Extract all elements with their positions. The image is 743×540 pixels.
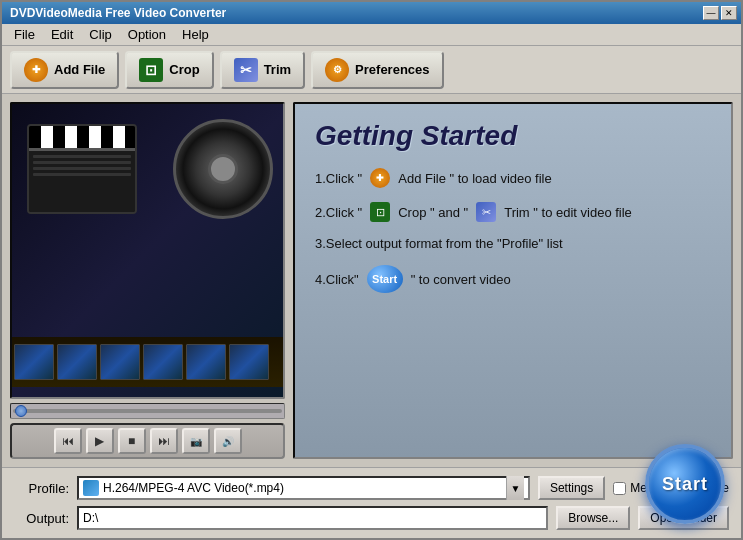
snapshot-button[interactable]: 📷: [182, 428, 210, 454]
add-file-icon: ✚: [24, 58, 48, 82]
output-label: Output:: [14, 511, 69, 526]
step2-crop-icon: ⊡: [370, 202, 390, 222]
getting-started-title: Getting Started: [315, 120, 711, 152]
browse-button[interactable]: Browse...: [556, 506, 630, 530]
trim-label: Trim: [264, 62, 291, 77]
clapboard: [27, 124, 137, 214]
step2-pre: 2.Click ": [315, 205, 362, 220]
volume-button[interactable]: 🔊: [214, 428, 242, 454]
step4-start-icon: Start: [367, 265, 403, 293]
add-file-button[interactable]: ✚ Add File: [10, 51, 119, 89]
menu-option[interactable]: Option: [120, 25, 174, 44]
profile-label: Profile:: [14, 481, 69, 496]
film-artwork: [12, 104, 283, 397]
seekbar-track: [13, 409, 282, 413]
title-bar: DVDVideoMedia Free Video Converter — ✕: [2, 2, 741, 24]
menu-file[interactable]: File: [6, 25, 43, 44]
reel-center: [208, 154, 238, 184]
seekbar[interactable]: [10, 403, 285, 419]
step1-add-icon: ✚: [370, 168, 390, 188]
stop-button[interactable]: ■: [118, 428, 146, 454]
film-cell: [57, 344, 97, 380]
clap-line: [33, 173, 131, 176]
film-reel: [173, 119, 273, 219]
preferences-button[interactable]: ⚙ Preferences: [311, 51, 443, 89]
right-panel: Getting Started 1.Click " ✚ Add File " t…: [293, 102, 733, 459]
fast-forward-button[interactable]: ⏭: [150, 428, 178, 454]
menu-help[interactable]: Help: [174, 25, 217, 44]
film-cell: [14, 344, 54, 380]
video-preview: [10, 102, 285, 399]
step3-text: 3.Select output format from the "Profile…: [315, 236, 563, 251]
main-content: ⏮ ▶ ■ ⏭ 📷 🔊 Getting Started 1.Click " ✚ …: [2, 94, 741, 467]
crop-button[interactable]: ⊡ Crop: [125, 51, 213, 89]
seekbar-thumb[interactable]: [15, 405, 27, 417]
step4-post: " to convert video: [411, 272, 511, 287]
window-title: DVDVideoMedia Free Video Converter: [10, 6, 226, 20]
crop-icon: ⊡: [139, 58, 163, 82]
bottom-bar: Profile: H.264/MPEG-4 AVC Video(*.mp4) ▼…: [2, 467, 741, 538]
step2-post: Trim " to edit video file: [504, 205, 632, 220]
step2-mid: Crop " and ": [398, 205, 468, 220]
film-strip: [12, 337, 283, 387]
bottom-area: Profile: H.264/MPEG-4 AVC Video(*.mp4) ▼…: [2, 467, 741, 538]
rewind-button[interactable]: ⏮: [54, 428, 82, 454]
start-button[interactable]: Start: [645, 444, 725, 524]
film-cell: [229, 344, 269, 380]
title-bar-buttons: — ✕: [703, 6, 737, 20]
menu-bar: File Edit Clip Option Help: [2, 24, 741, 46]
clap-line: [33, 155, 131, 158]
menu-edit[interactable]: Edit: [43, 25, 81, 44]
clap-body: [29, 151, 135, 213]
profile-dropdown-arrow[interactable]: ▼: [506, 476, 524, 500]
output-row: Output: Browse... Open Folder: [14, 506, 729, 530]
film-cell: [143, 344, 183, 380]
profile-select[interactable]: H.264/MPEG-4 AVC Video(*.mp4) ▼: [77, 476, 530, 500]
toolbar: ✚ Add File ⊡ Crop ✂ Trim ⚙ Preferences: [2, 46, 741, 94]
preferences-label: Preferences: [355, 62, 429, 77]
play-button[interactable]: ▶: [86, 428, 114, 454]
step4-pre: 4.Click": [315, 272, 359, 287]
minimize-button[interactable]: —: [703, 6, 719, 20]
profile-select-inner: H.264/MPEG-4 AVC Video(*.mp4): [83, 480, 506, 496]
profile-row: Profile: H.264/MPEG-4 AVC Video(*.mp4) ▼…: [14, 476, 729, 500]
settings-button[interactable]: Settings: [538, 476, 605, 500]
trim-icon: ✂: [234, 58, 258, 82]
clap-line: [33, 167, 131, 170]
left-panel: ⏮ ▶ ■ ⏭ 📷 🔊: [10, 102, 285, 459]
output-input[interactable]: [77, 506, 548, 530]
add-file-label: Add File: [54, 62, 105, 77]
profile-select-icon: [83, 480, 99, 496]
step-1: 1.Click " ✚ Add File " to load video fil…: [315, 168, 711, 188]
film-cell: [100, 344, 140, 380]
close-button[interactable]: ✕: [721, 6, 737, 20]
transport-controls: ⏮ ▶ ■ ⏭ 📷 🔊: [10, 423, 285, 459]
merge-checkbox[interactable]: [613, 482, 626, 495]
step1-pre: 1.Click ": [315, 171, 362, 186]
step-3: 3.Select output format from the "Profile…: [315, 236, 711, 251]
main-window: DVDVideoMedia Free Video Converter — ✕ F…: [0, 0, 743, 540]
menu-clip[interactable]: Clip: [81, 25, 119, 44]
step-4: 4.Click" Start " to convert video: [315, 265, 711, 293]
step2-trim-icon: ✂: [476, 202, 496, 222]
clap-lines: [33, 155, 131, 176]
profile-value: H.264/MPEG-4 AVC Video(*.mp4): [103, 481, 284, 495]
clap-line: [33, 161, 131, 164]
reel-outer: [173, 119, 273, 219]
start-button-container: Start: [645, 444, 725, 524]
trim-button[interactable]: ✂ Trim: [220, 51, 305, 89]
film-cell: [186, 344, 226, 380]
clap-top: [29, 126, 135, 151]
preferences-icon: ⚙: [325, 58, 349, 82]
step-2: 2.Click " ⊡ Crop " and " ✂ Trim " to edi…: [315, 202, 711, 222]
step1-post: Add File " to load video file: [398, 171, 551, 186]
crop-label: Crop: [169, 62, 199, 77]
